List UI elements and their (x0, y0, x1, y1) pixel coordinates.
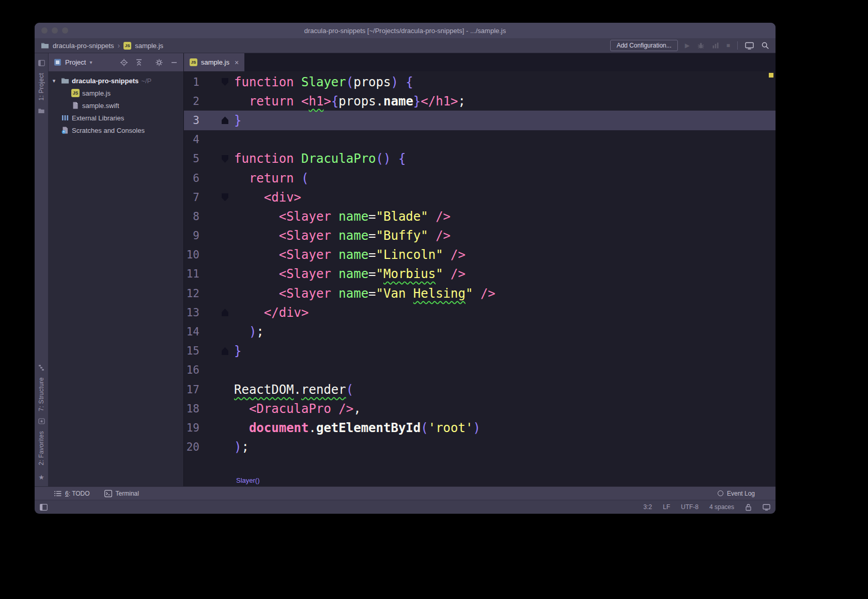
breadcrumb-project[interactable]: dracula-pro-snippets (53, 42, 114, 50)
line-number[interactable]: 6 (184, 172, 199, 185)
line-number[interactable]: 17 (184, 383, 199, 396)
line-number[interactable]: 8 (184, 210, 199, 223)
gear-icon[interactable] (155, 58, 163, 67)
tree-item[interactable]: JSsample.js (49, 87, 183, 99)
line-number[interactable]: 2 (184, 95, 199, 107)
line-number[interactable]: 3 (184, 114, 199, 127)
screen-share-icon[interactable] (745, 42, 754, 50)
run-icon[interactable]: ▶ (685, 42, 690, 49)
code-line-2[interactable]: 2 return <h1>{props.name}</h1>; (184, 91, 776, 111)
fold-close-icon[interactable] (222, 347, 228, 355)
stop-icon[interactable]: ■ (726, 42, 730, 49)
indent-setting[interactable]: 4 spaces (709, 503, 734, 511)
code-line-4[interactable]: 4 (184, 130, 776, 149)
line-number[interactable]: 4 (184, 133, 199, 146)
code-line-5[interactable]: 5function DraculaPro() { (184, 149, 776, 168)
code-line-20[interactable]: 20); (184, 438, 776, 457)
tool-button-structure[interactable]: 7: Structure (38, 377, 45, 411)
tree-item[interactable]: sample.swift (49, 99, 183, 112)
fold-close-icon[interactable] (222, 116, 228, 124)
event-log-button[interactable]: Event Log (718, 490, 755, 497)
debug-icon[interactable] (697, 42, 705, 50)
code-line-10[interactable]: 10 <Slayer name="Lincoln" /> (184, 245, 776, 265)
tool-button-favorites[interactable]: 2: Favorites (38, 431, 45, 465)
minimize-button[interactable] (52, 27, 58, 34)
toolbar-divider (737, 41, 738, 50)
favorites-star-icon[interactable]: ★ (38, 473, 44, 481)
panel-toggle-icon[interactable] (40, 504, 48, 511)
code-line-17[interactable]: 17ReactDOM.render( (184, 380, 776, 399)
line-separator[interactable]: LF (663, 503, 670, 511)
tool-button-project[interactable]: 1: Project (38, 73, 45, 101)
project-panel-title[interactable]: Project (65, 58, 86, 66)
project-panel-header: Project ▾ (49, 53, 183, 71)
collapse-all-icon[interactable] (135, 58, 143, 67)
add-configuration-button[interactable]: Add Configuration... (610, 40, 677, 51)
code-text: <Slayer name="Van Helsing" /> (234, 286, 495, 301)
code-line-14[interactable]: 14 ); (184, 322, 776, 341)
close-button[interactable] (41, 27, 48, 34)
lock-icon[interactable] (745, 503, 752, 511)
line-number[interactable]: 20 (184, 441, 199, 453)
expander-icon[interactable]: ▾ (50, 78, 58, 84)
todo-tool-button[interactable]: 6: TODO (54, 490, 90, 497)
profile-icon[interactable] (712, 42, 719, 49)
gutter-fold-column (199, 116, 234, 124)
fold-open-icon[interactable] (222, 78, 228, 86)
line-number[interactable]: 12 (184, 287, 199, 300)
code-line-8[interactable]: 8 <Slayer name="Blade" /> (184, 207, 776, 226)
js-icon: JS (71, 89, 80, 97)
fold-open-icon[interactable] (222, 193, 228, 201)
fold-close-icon[interactable] (222, 309, 228, 316)
line-number[interactable]: 5 (184, 152, 199, 165)
line-number[interactable]: 9 (184, 229, 199, 242)
code-line-15[interactable]: 15} (184, 342, 776, 361)
line-number[interactable]: 19 (184, 422, 199, 434)
code-line-11[interactable]: 11 <Slayer name="Morbius" /> (184, 265, 776, 284)
code-line-1[interactable]: 1function Slayer(props) { (184, 72, 776, 91)
code-line-7[interactable]: 7 <div> (184, 188, 776, 207)
terminal-tool-button[interactable]: Terminal (104, 490, 139, 497)
tree-item[interactable]: ▾dracula-pro-snippets ~/P (49, 74, 183, 87)
close-tab-icon[interactable]: × (235, 58, 239, 67)
structure-icon[interactable] (38, 364, 45, 371)
tree-item[interactable]: Scratches and Consoles (49, 124, 183, 136)
line-number[interactable]: 13 (184, 306, 199, 319)
caret-position[interactable]: 3:2 (643, 503, 652, 511)
line-number[interactable]: 7 (184, 191, 199, 204)
code-line-3[interactable]: 3} (184, 111, 776, 130)
code-line-6[interactable]: 6 return ( (184, 168, 776, 188)
fold-open-icon[interactable] (222, 155, 228, 163)
line-number[interactable]: 1 (184, 76, 199, 88)
locate-icon[interactable] (120, 58, 128, 67)
screen-icon[interactable] (763, 504, 770, 511)
line-number[interactable]: 15 (184, 345, 199, 357)
folder-icon (61, 76, 69, 85)
code-line-12[interactable]: 12 <Slayer name="Van Helsing" /> (184, 284, 776, 303)
hide-panel-icon[interactable] (170, 58, 178, 67)
title-bar: dracula-pro-snippets [~/Projects/dracula… (35, 23, 776, 38)
tree-item[interactable]: External Libraries (49, 112, 183, 124)
line-number[interactable]: 16 (184, 364, 199, 376)
code-area[interactable]: 1function Slayer(props) {2 return <h1>{p… (184, 71, 776, 474)
line-number[interactable]: 10 (184, 249, 199, 261)
breadcrumb-file[interactable]: sample.js (135, 42, 163, 50)
line-number[interactable]: 11 (184, 268, 199, 280)
code-line-13[interactable]: 13 </div> (184, 303, 776, 322)
code-line-18[interactable]: 18 <DraculaPro />, (184, 399, 776, 418)
breadcrumb-function[interactable]: Slayer() (236, 477, 260, 484)
favorites-icon[interactable] (38, 418, 45, 424)
line-number[interactable]: 14 (184, 326, 199, 338)
code-line-16[interactable]: 16 (184, 361, 776, 380)
tool-window-icon[interactable] (38, 60, 45, 66)
line-number[interactable]: 18 (184, 403, 199, 415)
code-line-19[interactable]: 19 document.getElementById('root') (184, 418, 776, 437)
project-folder-icon[interactable] (38, 107, 45, 114)
editor-tab-bar: JS sample.js × (184, 53, 776, 71)
navbar-actions: Add Configuration... ▶ ■ (610, 40, 769, 51)
tab-sample-js[interactable]: JS sample.js × (184, 53, 244, 71)
zoom-button[interactable] (62, 27, 68, 34)
search-icon[interactable] (761, 41, 769, 50)
code-line-9[interactable]: 9 <Slayer name="Buffy" /> (184, 226, 776, 245)
file-encoding[interactable]: UTF-8 (681, 503, 699, 511)
